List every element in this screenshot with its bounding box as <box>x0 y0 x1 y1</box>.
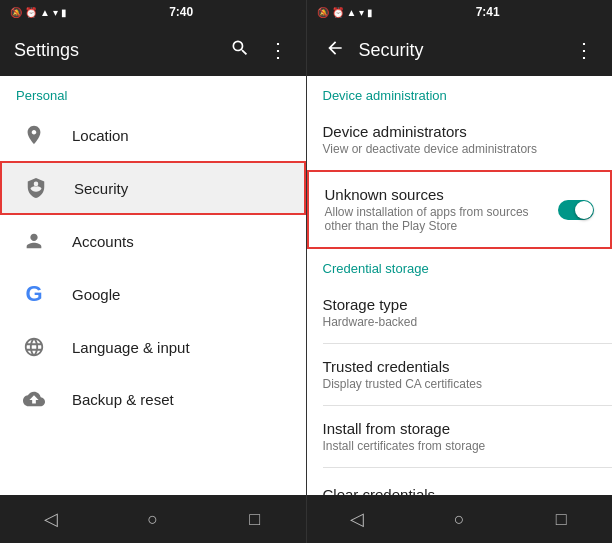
google-title: Google <box>72 286 290 303</box>
storage-type-text: Storage type Hardware-backed <box>323 296 597 329</box>
right-back-nav-icon[interactable]: ◁ <box>332 495 382 543</box>
security-title: Security <box>74 180 288 197</box>
left-status-bar: 🔕 ⏰ ▲ ▾ ▮ 7:40 <box>0 0 306 24</box>
security-panel-title: Security <box>359 40 561 61</box>
left-toolbar: Settings ⋮ <box>0 24 306 76</box>
trusted-credentials-item[interactable]: Trusted credentials Display trusted CA c… <box>307 344 613 405</box>
clear-credentials-item[interactable]: Clear credentials <box>307 468 613 495</box>
language-icon <box>16 336 52 358</box>
sidebar-item-security[interactable]: Security <box>0 161 306 215</box>
accounts-text: Accounts <box>72 233 290 250</box>
wf-icon: ▾ <box>359 7 364 18</box>
security-panel: 🔕 ⏰ ▲ ▾ ▮ 7:41 Security ⋮ Device adminis… <box>307 0 613 543</box>
security-content: Device administration Device administrat… <box>307 76 613 495</box>
device-admins-text: Device administrators View or deactivate… <box>323 123 597 156</box>
backup-text: Backup & reset <box>72 391 290 408</box>
accounts-icon <box>16 230 52 252</box>
personal-section-label: Personal <box>0 76 306 109</box>
settings-title: Settings <box>14 40 216 61</box>
unknown-sources-toggle[interactable] <box>558 200 594 220</box>
backup-icon <box>16 388 52 410</box>
sidebar-item-google[interactable]: G Google <box>0 267 306 321</box>
right-status-icons: 🔕 ⏰ ▲ ▾ ▮ <box>317 7 374 18</box>
sidebar-item-location[interactable]: Location <box>0 109 306 161</box>
clear-credentials-title: Clear credentials <box>323 486 597 496</box>
right-toolbar: Security ⋮ <box>307 24 613 76</box>
search-icon[interactable] <box>226 34 254 67</box>
right-home-nav-icon[interactable]: ○ <box>434 495 484 543</box>
trusted-credentials-title: Trusted credentials <box>323 358 597 375</box>
device-admin-section-label: Device administration <box>307 76 613 109</box>
alarm-icon: ⏰ <box>25 7 37 18</box>
back-nav-icon[interactable]: ◁ <box>26 495 76 543</box>
google-text: Google <box>72 286 290 303</box>
security-icon <box>18 177 54 199</box>
left-time: 7:40 <box>67 5 296 19</box>
install-storage-title: Install from storage <box>323 420 597 437</box>
trusted-credentials-text: Trusted credentials Display trusted CA c… <box>323 358 597 391</box>
sidebar-item-language[interactable]: Language & input <box>0 321 306 373</box>
sidebar-item-accounts[interactable]: Accounts <box>0 215 306 267</box>
recents-nav-icon[interactable]: □ <box>230 495 280 543</box>
home-nav-icon[interactable]: ○ <box>128 495 178 543</box>
right-bottom-nav: ◁ ○ □ <box>307 495 613 543</box>
location-text: Location <box>72 127 290 144</box>
trusted-credentials-subtitle: Display trusted CA certificates <box>323 377 597 391</box>
right-time: 7:41 <box>373 5 602 19</box>
install-storage-text: Install from storage Install certificate… <box>323 420 597 453</box>
clear-credentials-text: Clear credentials <box>323 486 597 496</box>
signal-icon: ▲ <box>40 7 50 18</box>
alrm-icon: ⏰ <box>332 7 344 18</box>
sidebar-item-backup[interactable]: Backup & reset <box>0 373 306 425</box>
right-more-icon[interactable]: ⋮ <box>570 34 598 66</box>
settings-panel: 🔕 ⏰ ▲ ▾ ▮ 7:40 Settings ⋮ Personal Locat… <box>0 0 306 543</box>
install-storage-subtitle: Install certificates from storage <box>323 439 597 453</box>
settings-content: Personal Location Security Ac <box>0 76 306 495</box>
unknown-sources-item[interactable]: Unknown sources Allow installation of ap… <box>307 170 613 249</box>
left-bottom-nav: ◁ ○ □ <box>0 495 306 543</box>
security-text: Security <box>74 180 288 197</box>
storage-type-title: Storage type <box>323 296 597 313</box>
volume-icon: 🔕 <box>10 7 22 18</box>
arrow-back-icon[interactable] <box>321 34 349 67</box>
language-title: Language & input <box>72 339 290 356</box>
unknown-sources-title: Unknown sources <box>325 186 559 203</box>
right-recents-nav-icon[interactable]: □ <box>536 495 586 543</box>
device-admins-title: Device administrators <box>323 123 597 140</box>
language-text: Language & input <box>72 339 290 356</box>
accounts-title: Accounts <box>72 233 290 250</box>
wifi-icon: ▾ <box>53 7 58 18</box>
google-icon: G <box>16 281 52 307</box>
storage-type-subtitle: Hardware-backed <box>323 315 597 329</box>
device-admins-subtitle: View or deactivate device administrators <box>323 142 597 156</box>
right-status-bar: 🔕 ⏰ ▲ ▾ ▮ 7:41 <box>307 0 613 24</box>
device-admins-item[interactable]: Device administrators View or deactivate… <box>307 109 613 170</box>
credential-storage-section-label: Credential storage <box>307 249 613 282</box>
more-vert-icon[interactable]: ⋮ <box>264 34 292 66</box>
location-title: Location <box>72 127 290 144</box>
vol-icon: 🔕 <box>317 7 329 18</box>
unknown-sources-text: Unknown sources Allow installation of ap… <box>325 186 559 233</box>
backup-title: Backup & reset <box>72 391 290 408</box>
sig-icon: ▲ <box>347 7 357 18</box>
unknown-sources-subtitle: Allow installation of apps from sources … <box>325 205 559 233</box>
storage-type-item[interactable]: Storage type Hardware-backed <box>307 282 613 343</box>
install-storage-item[interactable]: Install from storage Install certificate… <box>307 406 613 467</box>
left-status-icons: 🔕 ⏰ ▲ ▾ ▮ <box>10 7 67 18</box>
location-icon <box>16 124 52 146</box>
